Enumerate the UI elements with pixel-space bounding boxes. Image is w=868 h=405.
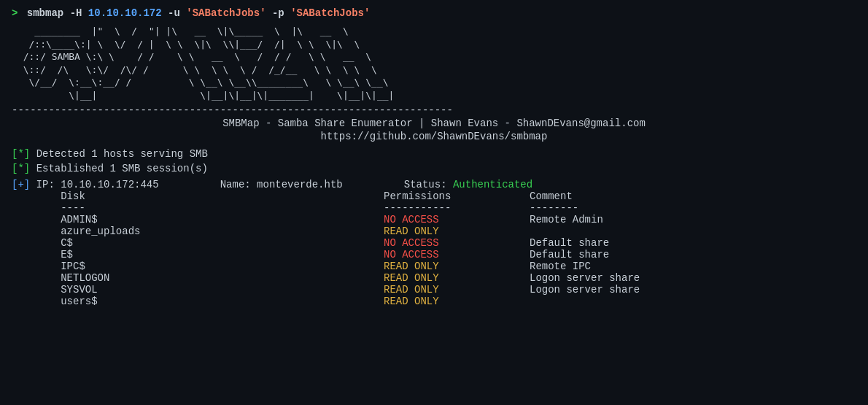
disk-name: NETLOGON (12, 272, 384, 284)
flag-p: -p (266, 7, 284, 19)
comment-value: Remote IPC (530, 261, 591, 272)
disk-name: ADMIN$ (12, 214, 384, 225)
permission-value: READ ONLY (384, 225, 530, 237)
comment-value: Remote Admin (530, 214, 603, 225)
permission-value: NO ACCESS (384, 249, 530, 261)
ip-value: 10.10.10.172:445 (55, 179, 159, 190)
permission-value: NO ACCESS (384, 237, 530, 249)
table-header-row: Disk Permissions Comment (12, 190, 856, 202)
results-section: [+] IP: 10.10.10.172:445 Name: monteverd… (12, 179, 856, 307)
status-authenticated: Authenticated (447, 179, 533, 190)
bracket-star-1: [*] (12, 148, 30, 160)
terminal: > smbmap -H 10.10.10.172 -u 'SABatchJobs… (0, 0, 868, 405)
table-row: IPC$READ ONLYRemote IPC (12, 261, 856, 272)
status-smb-detected: [*] Detected 1 hosts serving SMB (12, 148, 856, 160)
col-perm-divider: ----------- (384, 202, 530, 214)
ip-label: IP: (36, 179, 55, 190)
table-row: NETLOGONREAD ONLYLogon server share (12, 272, 856, 284)
info-line-2: https://github.com/ShawnDEvans/smbmap (12, 131, 856, 142)
table-body: ADMIN$NO ACCESSRemote Admin azure_upload… (12, 214, 856, 307)
col-comment-header: Comment (530, 190, 573, 202)
col-perm-header: Permissions (384, 190, 530, 202)
disk-name: users$ (12, 296, 384, 307)
status-text-2: Established 1 SMB session(s) (36, 163, 208, 174)
command-base: smbmap (20, 7, 63, 19)
target-ip: 10.10.10.172 (82, 7, 161, 19)
table-row: C$NO ACCESSDefault share (12, 237, 856, 249)
permission-value: READ ONLY (384, 284, 530, 296)
prompt-icon: > (12, 7, 18, 19)
disk-name: SYSVOL (12, 284, 384, 296)
bracket-plus: [+] (12, 179, 36, 190)
status-label: Status: (343, 179, 447, 190)
username: 'SABatchJobs' (180, 7, 266, 19)
command-line: > smbmap -H 10.10.10.172 -u 'SABatchJobs… (12, 7, 856, 19)
table-row: SYSVOLREAD ONLYLogon server share (12, 284, 856, 296)
name-value: monteverde.htb (251, 179, 343, 190)
password: 'SABatchJobs' (284, 7, 371, 19)
ascii-banner: ________ |" \ / "| |\ __ \|\_____ \ |\ _… (12, 25, 856, 101)
permission-value: NO ACCESS (384, 214, 530, 225)
comment-value: Default share (530, 237, 609, 249)
name-label: Name: (159, 179, 251, 190)
bracket-star-2: [*] (12, 163, 30, 174)
comment-value: Logon server share (530, 284, 646, 296)
col-disk-divider: ---- (12, 202, 384, 214)
info-line-1: SMBMap - Samba Share Enumerator | Shawn … (12, 117, 856, 129)
table-divider-row: ---- ----------- -------- (12, 202, 856, 214)
divider-line: ----------------------------------------… (12, 104, 856, 116)
comment-value: Default share (530, 249, 609, 261)
table-row: users$READ ONLY (12, 296, 856, 307)
col-comment-divider: -------- (530, 202, 578, 214)
permission-value: READ ONLY (384, 296, 530, 307)
table-row: E$NO ACCESSDefault share (12, 249, 856, 261)
host-header-line: [+] IP: 10.10.10.172:445 Name: monteverd… (12, 179, 856, 190)
status-text-1: Detected 1 hosts serving SMB (36, 148, 208, 160)
table-row: azure_uploadsREAD ONLY (12, 225, 856, 237)
disk-name: azure_uploads (12, 225, 384, 237)
comment-value: Logon server share (530, 272, 646, 284)
flag-h: -H (63, 7, 82, 19)
table-row: ADMIN$NO ACCESSRemote Admin (12, 214, 856, 225)
permission-value: READ ONLY (384, 261, 530, 272)
permission-value: READ ONLY (384, 272, 530, 284)
col-disk-header: Disk (12, 190, 384, 202)
disk-name: E$ (12, 249, 384, 261)
disk-name: C$ (12, 237, 384, 249)
flag-u: -u (162, 7, 180, 19)
disk-name: IPC$ (12, 261, 384, 272)
status-smb-session: [*] Established 1 SMB session(s) (12, 163, 856, 174)
